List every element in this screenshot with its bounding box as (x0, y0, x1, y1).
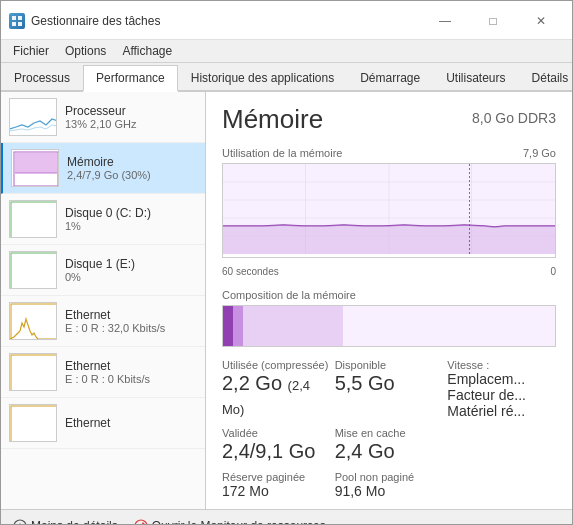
chart-time-label: 60 secondes (222, 266, 279, 277)
usage-value: 7,9 Go (523, 147, 556, 159)
sidebar-item-cpu[interactable]: Processeur 13% 2,10 GHz (1, 92, 205, 143)
stat-nonpaged-value: 91,6 Mo (335, 483, 444, 499)
stat-paged-value: 172 Mo (222, 483, 331, 499)
stat-cached: Mise en cache 2,4 Go (335, 427, 444, 463)
sidebar: Processeur 13% 2,10 GHz Mémoire 2,4/7,9 … (1, 92, 206, 509)
svg-rect-9 (10, 201, 57, 238)
eth1-detail: E : 0 R : 32,0 Kbits/s (65, 322, 197, 334)
app-title: Gestionnaire des tâches (31, 14, 160, 28)
mem-mini-chart (11, 149, 59, 187)
chart-zero-label: 0 (550, 266, 556, 277)
sidebar-item-eth2[interactable]: Ethernet E : 0 R : 0 Kbits/s (1, 347, 205, 398)
stat-nonpaged-label: Pool non paginé (335, 471, 444, 483)
svg-point-29 (14, 520, 26, 526)
stat-speed: Vitesse : Emplacem...Facteur de...Matéri… (447, 359, 556, 419)
disk0-detail: 1% (65, 220, 197, 232)
mem-name: Mémoire (67, 155, 197, 169)
comp-free (343, 306, 556, 346)
usage-label-row: Utilisation de la mémoire 7,9 Go (222, 147, 556, 159)
monitor-icon (134, 519, 148, 526)
content-header: Mémoire 8,0 Go DDR3 (222, 104, 556, 135)
stat-cached-label: Mise en cache (335, 427, 444, 439)
svg-rect-4 (10, 99, 57, 136)
menu-options[interactable]: Options (57, 42, 114, 60)
menu-fichier[interactable]: Fichier (5, 42, 57, 60)
stat-used-value: 2,2 Go (2,4 Mo) (222, 371, 331, 419)
app-icon (9, 13, 25, 29)
mem-detail: 2,4/7,9 Go (30%) (67, 169, 197, 181)
sidebar-item-memory[interactable]: Mémoire 2,4/7,9 Go (30%) (1, 143, 205, 194)
eth3-mini-chart (9, 404, 57, 442)
svg-rect-2 (12, 22, 16, 26)
svg-point-30 (135, 520, 147, 526)
sidebar-item-eth3[interactable]: Ethernet (1, 398, 205, 449)
usage-chart-container (222, 163, 556, 258)
svg-rect-1 (18, 16, 22, 20)
sidebar-item-disk1[interactable]: Disque 1 (E:) 0% (1, 245, 205, 296)
svg-marker-27 (223, 225, 555, 254)
maximize-button[interactable]: □ (470, 7, 516, 35)
tab-utilisateurs[interactable]: Utilisateurs (433, 65, 518, 90)
eth1-mini-chart (9, 302, 57, 340)
tab-historique[interactable]: Historique des applications (178, 65, 347, 90)
stats-grid: Utilisée (compressée) 2,2 Go (2,4 Mo) Di… (222, 359, 556, 499)
disk1-info: Disque 1 (E:) 0% (65, 257, 197, 283)
less-details-item[interactable]: Moins de détails (13, 519, 118, 526)
cpu-detail: 13% 2,10 GHz (65, 118, 197, 130)
svg-rect-11 (10, 252, 57, 289)
stat-empty (447, 427, 556, 463)
svg-rect-7 (15, 153, 57, 173)
sidebar-item-disk0[interactable]: Disque 0 (C: D:) 1% (1, 194, 205, 245)
composition-label: Composition de la mémoire (222, 289, 556, 301)
chevron-icon (13, 519, 27, 526)
open-monitor-item[interactable]: Ouvrir le Moniteur de ressources (134, 519, 326, 526)
svg-rect-17 (10, 405, 57, 442)
stat-paged: Réserve paginée 172 Mo (222, 471, 331, 499)
minimize-button[interactable]: — (422, 7, 468, 35)
usage-label: Utilisation de la mémoire (222, 147, 342, 159)
svg-rect-3 (18, 22, 22, 26)
window-controls: — □ ✕ (422, 7, 564, 35)
content-panel: Mémoire 8,0 Go DDR3 Utilisation de la mé… (206, 92, 572, 509)
stat-validated-value: 2,4/9,1 Go (222, 439, 331, 463)
sidebar-item-eth1[interactable]: Ethernet E : 0 R : 32,0 Kbits/s (1, 296, 205, 347)
open-monitor-label: Ouvrir le Moniteur de ressources (152, 519, 326, 526)
eth2-info: Ethernet E : 0 R : 0 Kbits/s (65, 359, 197, 385)
cpu-info: Processeur 13% 2,10 GHz (65, 104, 197, 130)
svg-rect-0 (12, 16, 16, 20)
cpu-mini-chart (9, 98, 57, 136)
stat-available-value: 5,5 Go (335, 371, 444, 395)
comp-in-use (223, 306, 233, 346)
stat-validated: Validée 2,4/9,1 Go (222, 427, 331, 463)
mem-info: Mémoire 2,4/7,9 Go (30%) (67, 155, 197, 181)
usage-chart (223, 164, 555, 254)
stat-validated-label: Validée (222, 427, 331, 439)
stat-used-label: Utilisée (compressée) (222, 359, 331, 371)
stat-speed-label: Vitesse : (447, 359, 556, 371)
composition-chart (222, 305, 556, 347)
stat-available: Disponible 5,5 Go (335, 359, 444, 419)
disk0-mini-chart (9, 200, 57, 238)
menubar: Fichier Options Affichage (1, 40, 572, 63)
tab-details[interactable]: Détails (519, 65, 573, 90)
comp-standby (243, 306, 343, 346)
comp-modified (233, 306, 243, 346)
titlebar: Gestionnaire des tâches — □ ✕ (1, 1, 572, 40)
stat-speed-value: Emplacem...Facteur de...Matériel ré... (447, 371, 556, 419)
bottombar: Moins de détails Ouvrir le Moniteur de r… (1, 509, 572, 525)
disk0-name: Disque 0 (C: D:) (65, 206, 197, 220)
main-area: Processeur 13% 2,10 GHz Mémoire 2,4/7,9 … (1, 92, 572, 509)
eth3-name: Ethernet (65, 416, 197, 430)
eth3-info: Ethernet (65, 416, 197, 430)
menu-affichage[interactable]: Affichage (114, 42, 180, 60)
tab-performance[interactable]: Performance (83, 65, 178, 92)
stat-paged-label: Réserve paginée (222, 471, 331, 483)
content-type: 8,0 Go DDR3 (472, 104, 556, 126)
svg-rect-15 (10, 354, 57, 391)
tab-processus[interactable]: Processus (1, 65, 83, 90)
tab-demarrage[interactable]: Démarrage (347, 65, 433, 90)
eth1-name: Ethernet (65, 308, 197, 322)
close-button[interactable]: ✕ (518, 7, 564, 35)
eth2-detail: E : 0 R : 0 Kbits/s (65, 373, 197, 385)
eth1-info: Ethernet E : 0 R : 32,0 Kbits/s (65, 308, 197, 334)
